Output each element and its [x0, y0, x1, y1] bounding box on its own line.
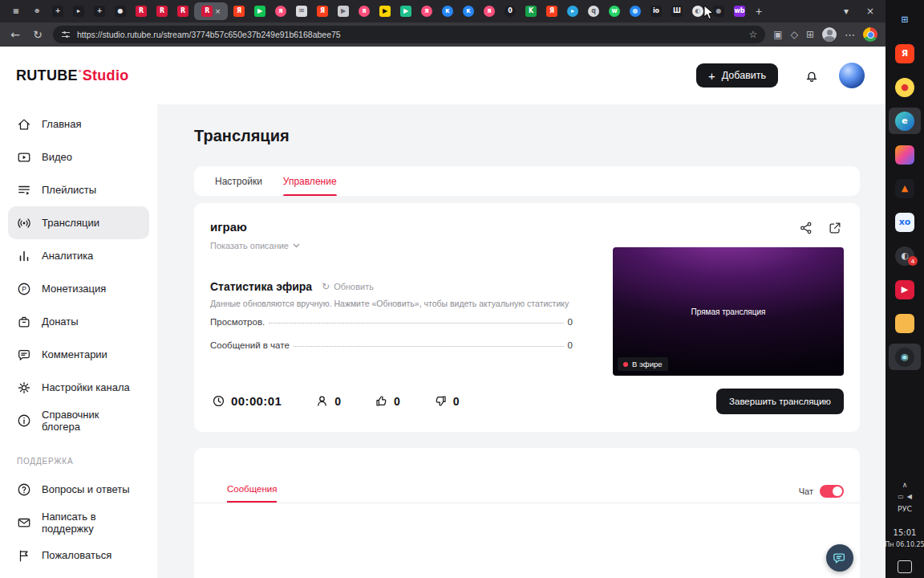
add-button[interactable]: + Добавить [696, 63, 778, 88]
browser-tab-tab-grid[interactable]: ▦ [6, 2, 26, 20]
window-close-button[interactable]: × [866, 6, 874, 17]
sidebar-item-report[interactable]: Пожаловаться [8, 539, 149, 572]
notifications-bell-button[interactable] [804, 67, 820, 83]
browser-tab-yandex-1[interactable]: Я [229, 2, 249, 20]
sidebar-item-blogger-guide[interactable]: Справочник блогера [8, 404, 149, 437]
sidebar-item-channel-settings[interactable]: Настройки канала [8, 371, 149, 404]
new-tab-button[interactable]: + [749, 5, 768, 18]
browser-tab-ya-music-2[interactable]: я [355, 2, 374, 20]
sidebar-item-donations[interactable]: Донаты [8, 305, 149, 338]
address-bar[interactable]: https://studio.rutube.ru/stream/3774b57c… [53, 26, 765, 43]
taskbar-game-launcher[interactable]: ▲ [889, 175, 921, 201]
browser-tab-vk-2[interactable]: к [459, 2, 478, 20]
language-indicator[interactable]: РУС [898, 504, 912, 513]
browser-tab-whatsapp[interactable]: w [605, 2, 624, 20]
browser-tab-mail[interactable]: ✉ [292, 2, 311, 20]
sidebar-item-analytics[interactable]: Аналитика [8, 239, 149, 272]
sidebar-item-home[interactable]: Главная [8, 108, 149, 140]
browser-tab-globe[interactable]: ⊕ [27, 2, 47, 20]
sidebar-item-write-support[interactable]: Написать в поддержку [8, 506, 149, 539]
refresh-button[interactable]: ↻ [30, 28, 45, 41]
tab-close-icon[interactable]: × [215, 7, 220, 16]
back-button[interactable]: ← [8, 28, 22, 41]
browser-tab-app-dark-4[interactable]: ● [111, 2, 130, 20]
extension-icon-2[interactable]: ◇ [791, 29, 798, 40]
notification-center-icon[interactable] [898, 560, 912, 573]
tray-status-icons[interactable]: ▭ ◀ [898, 493, 912, 500]
browser-tab-search-tab[interactable]: q [584, 2, 603, 20]
taskbar-photos-app[interactable] [889, 141, 921, 168]
clock-time[interactable]: 15:01 [894, 528, 917, 537]
browser-tab-play-gray[interactable]: ▶ [334, 2, 353, 20]
browser-tab-app-io[interactable]: io [646, 2, 666, 20]
sidebar-item-qa[interactable]: Вопросы и ответы [8, 473, 149, 506]
browser-tab-app-blue-2[interactable]: ● [626, 2, 645, 20]
browser-tab-app-green-k[interactable]: K [521, 2, 541, 20]
browser-tab-app-dark-3[interactable]: + [90, 2, 109, 20]
browser-logo-icon[interactable] [863, 27, 877, 42]
tab-messages[interactable]: Сообщения [227, 484, 277, 503]
bookmark-star-icon[interactable]: ☆ [749, 29, 758, 40]
browser-tab-ya-music-1[interactable]: я [271, 2, 290, 20]
browser-tab-app-dark-2[interactable]: ▸ [69, 2, 88, 20]
tab-settings[interactable]: Настройки [215, 166, 262, 196]
taskbar-folder-app[interactable] [889, 310, 921, 336]
stream-preview[interactable]: Прямая трансляция В эфире [613, 247, 844, 376]
browser-tab-app-dark-1[interactable]: + [48, 2, 67, 20]
tab-search-button[interactable]: ▾ [844, 6, 849, 17]
browser-tab-ya-music-3[interactable]: я [417, 2, 436, 20]
browser-tab-app-light[interactable]: ◐ [688, 2, 707, 20]
user-avatar[interactable] [839, 63, 865, 88]
clock-date[interactable]: Пн 06.10.25 [885, 541, 924, 548]
taskbar-windows-start[interactable]: ⊞ [889, 6, 921, 33]
browser-tab-play-yellow[interactable]: ▶ [375, 2, 395, 20]
browser-tab-vk-1[interactable]: к [438, 2, 457, 20]
extension-icon-3[interactable]: ⊞ [806, 29, 814, 40]
taskbar-maps-app[interactable]: ● [889, 74, 921, 100]
browser-tab-app-dark-5[interactable]: ● [709, 2, 728, 20]
sidebar-item-comments[interactable]: Комментарии [8, 338, 149, 371]
taskbar-yandex-app[interactable]: Я [889, 40, 921, 67]
url-text[interactable]: https://studio.rutube.ru/stream/3774b57c… [77, 30, 743, 39]
sidebar-item-streams[interactable]: Трансляции [8, 206, 149, 239]
browser-tab-app-blue-1[interactable]: ▸ [563, 2, 582, 20]
browser-tab-rutube-2[interactable]: R [152, 2, 172, 20]
site-settings-icon[interactable] [61, 30, 71, 39]
taskbar-xo-app[interactable]: xo [889, 209, 921, 235]
sidebar: Главная Видео Плейлисты Трансляции [0, 104, 157, 578]
taskbar-capture-app[interactable]: ◉ [889, 344, 921, 370]
rutube-studio-logo[interactable]: RUTUBE°Studio [16, 67, 129, 84]
video-icon [17, 150, 31, 165]
sidebar-item-playlists[interactable]: Плейлисты [8, 173, 149, 206]
browser-menu-button[interactable]: ⋯ [845, 29, 855, 41]
windows-start-icon: ⊞ [895, 10, 914, 30]
browser-profile-avatar[interactable] [822, 27, 837, 42]
show-description-toggle[interactable]: Показать описание [210, 241, 300, 250]
taskbar-chat-app[interactable]: ◐4 [889, 242, 921, 269]
end-stream-button[interactable]: Завершить трансляцию [716, 389, 844, 414]
sidebar-item-video[interactable]: Видео [8, 140, 149, 173]
taskbar-rutube-app[interactable]: ▶ [889, 276, 921, 303]
share-button[interactable] [799, 221, 813, 235]
refresh-stats-button[interactable]: ↻ Обновить [322, 281, 374, 292]
taskbar-edge-browser[interactable]: e [889, 108, 921, 134]
browser-tab-yandex-3[interactable]: Я [542, 2, 561, 20]
browser-tab-rutube-studio[interactable]: R× [194, 2, 228, 20]
tab-management[interactable]: Управление [283, 166, 337, 196]
add-button-label: Добавить [722, 70, 766, 81]
browser-tab-wildberries[interactable]: wb [730, 2, 749, 20]
tray-expand-icon[interactable]: ∧ [902, 481, 908, 489]
browser-tab-app-zero[interactable]: 0 [500, 2, 520, 20]
support-chat-fab[interactable] [826, 544, 853, 572]
browser-tab-rutube-3[interactable]: R [173, 2, 192, 20]
chat-toggle[interactable] [820, 485, 844, 498]
browser-tab-yandex-2[interactable]: Я [313, 2, 332, 20]
open-external-button[interactable] [828, 221, 842, 235]
browser-tab-play-teal[interactable]: ▶ [396, 2, 415, 20]
sidebar-item-monetization[interactable]: Р Монетизация [8, 272, 149, 305]
browser-tab-app-w[interactable]: Ш [667, 2, 687, 20]
browser-tab-play-green[interactable]: ▶ [250, 2, 270, 20]
browser-tab-rutube-1[interactable]: R [132, 2, 151, 20]
extension-icon-1[interactable]: ▣ [773, 29, 782, 40]
browser-tab-ya-music-4[interactable]: я [480, 2, 499, 20]
